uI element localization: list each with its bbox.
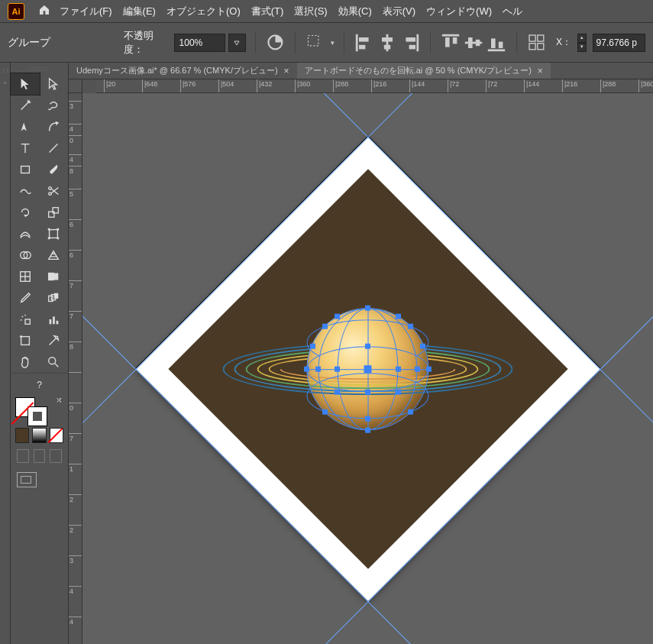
menu-edit[interactable]: 編集(E)	[123, 5, 156, 18]
pen-tool-icon[interactable]	[11, 116, 40, 138]
anchor-point[interactable]	[396, 389, 401, 394]
free-transform-tool-icon[interactable]	[40, 223, 69, 244]
anchor-point[interactable]	[304, 366, 309, 371]
scissors-tool-icon[interactable]	[40, 180, 69, 202]
gradient-tool-icon[interactable]	[40, 266, 69, 287]
gradient-mode-icon[interactable]	[32, 428, 46, 443]
anchor-point[interactable]	[364, 365, 371, 373]
menu-type[interactable]: 書式(T)	[251, 5, 284, 18]
align-right-icon[interactable]	[399, 32, 421, 53]
question-indicator[interactable]: ?	[11, 373, 68, 396]
toolbox-grip-icon[interactable]: ::::::::	[11, 63, 68, 73]
align-top-icon[interactable]	[440, 32, 461, 53]
anchor-point[interactable]	[310, 343, 315, 348]
anchor-point[interactable]	[426, 366, 432, 371]
draw-inside-icon[interactable]	[50, 449, 62, 463]
menu-window[interactable]: ウィンドウ(W)	[426, 5, 492, 18]
magic-wand-tool-icon[interactable]	[11, 95, 40, 116]
opacity-input[interactable]: 100%	[174, 34, 225, 52]
menu-select[interactable]: 選択(S)	[294, 5, 327, 18]
fill-stroke-swatches[interactable]: ⤭	[11, 396, 68, 426]
align-h-center-icon[interactable]	[377, 32, 398, 53]
anchor-point[interactable]	[408, 323, 413, 328]
align-v-center-icon[interactable]	[463, 32, 484, 53]
graph-tool-icon[interactable]	[40, 309, 69, 330]
draw-behind-icon[interactable]	[34, 449, 46, 463]
ruler-tick: |288	[333, 79, 334, 92]
hand-tool-icon[interactable]	[11, 351, 40, 373]
blend-tool-icon[interactable]	[40, 287, 69, 309]
swap-fill-stroke-icon[interactable]: ⤭	[56, 396, 62, 404]
anchor-point[interactable]	[396, 313, 401, 319]
anchor-point[interactable]	[315, 366, 321, 371]
screen-mode-icon[interactable]	[17, 472, 37, 487]
anchor-point[interactable]	[365, 305, 370, 310]
symbol-sprayer-tool-icon[interactable]	[11, 309, 40, 330]
width-tool-icon[interactable]	[11, 223, 40, 244]
close-icon[interactable]: ×	[538, 66, 543, 76]
align-left-icon[interactable]	[354, 32, 375, 53]
anchor-point[interactable]	[415, 366, 420, 371]
chevron-down-icon[interactable]: ▾	[331, 39, 335, 47]
artboard-tool-icon[interactable]	[11, 330, 40, 351]
anchor-point[interactable]	[335, 366, 340, 371]
tab-doc-2[interactable]: アートボードそのものを回転.ai @ 50 % (CMYK/プレビュー) ×	[297, 63, 551, 79]
anchor-point[interactable]	[365, 416, 370, 421]
anchor-point[interactable]	[420, 343, 425, 348]
anchor-point[interactable]	[396, 366, 401, 371]
line-tool-icon[interactable]	[40, 138, 69, 159]
direct-selection-tool-icon[interactable]	[40, 73, 69, 95]
menu-effect[interactable]: 効果(C)	[338, 5, 372, 18]
anchor-point[interactable]	[322, 323, 328, 328]
planet-group[interactable]	[367, 369, 368, 370]
anchor-point[interactable]	[365, 343, 370, 348]
type-tool-icon[interactable]	[11, 138, 40, 159]
paintbrush-tool-icon[interactable]	[40, 159, 69, 180]
rotate-tool-icon[interactable]	[11, 202, 40, 223]
anchor-point[interactable]	[365, 389, 370, 394]
shape-builder-tool-icon[interactable]	[11, 244, 40, 266]
close-icon[interactable]: ×	[284, 66, 289, 76]
align-bottom-icon[interactable]	[486, 32, 507, 53]
svg-rect-16	[476, 39, 480, 45]
zoom-tool-icon[interactable]	[40, 351, 69, 373]
opacity-dropdown-button[interactable]	[228, 34, 246, 52]
anchor-point[interactable]	[322, 409, 328, 414]
x-stepper[interactable]: ▲▼	[577, 34, 587, 52]
menu-help[interactable]: ヘル	[503, 5, 522, 18]
anchor-point[interactable]	[365, 427, 370, 432]
home-icon[interactable]	[38, 4, 50, 18]
recolor-icon[interactable]	[265, 32, 286, 53]
ruler-origin[interactable]	[69, 79, 82, 93]
x-input[interactable]: 97.6766 p	[593, 34, 645, 52]
canvas[interactable]	[82, 93, 653, 644]
tab-doc-1[interactable]: Udemyコース画像.ai* @ 66.67 % (CMYK/プレビュー) ×	[69, 63, 297, 79]
artboard[interactable]	[135, 136, 600, 600]
selection-tool-icon[interactable]	[11, 73, 40, 95]
eyedropper-tool-icon[interactable]	[11, 287, 40, 309]
rectangle-tool-icon[interactable]	[11, 159, 40, 180]
transform-icon[interactable]	[526, 32, 547, 53]
mesh-tool-icon[interactable]	[11, 266, 40, 287]
chevron-right-icon[interactable]: »	[3, 79, 6, 86]
panel-dock-left[interactable]: »	[0, 63, 11, 644]
lasso-tool-icon[interactable]	[40, 95, 69, 116]
ruler-vertical[interactable]: 3404856677807122344	[69, 93, 82, 644]
anchor-point[interactable]	[335, 313, 340, 319]
slice-tool-icon[interactable]	[40, 330, 69, 351]
curvature-tool-icon[interactable]	[40, 116, 69, 138]
shaper-tool-icon[interactable]	[11, 180, 40, 202]
perspective-tool-icon[interactable]	[40, 244, 69, 266]
menu-file[interactable]: ファイル(F)	[60, 5, 112, 18]
shape-mode-icon[interactable]	[305, 32, 325, 53]
scale-tool-icon[interactable]	[40, 202, 69, 223]
color-mode-icon[interactable]	[15, 428, 29, 443]
menu-object[interactable]: オブジェクト(O)	[166, 5, 241, 18]
none-mode-icon[interactable]	[50, 428, 63, 443]
ruler-horizontal[interactable]: |20|648|576|504|432|360|288|216|144|72|7…	[96, 79, 653, 93]
draw-normal-icon[interactable]	[17, 449, 29, 463]
anchor-point[interactable]	[335, 389, 340, 394]
menu-view[interactable]: 表示(V)	[383, 5, 415, 18]
anchor-point[interactable]	[408, 409, 413, 414]
grip-icon[interactable]	[0, 63, 10, 76]
